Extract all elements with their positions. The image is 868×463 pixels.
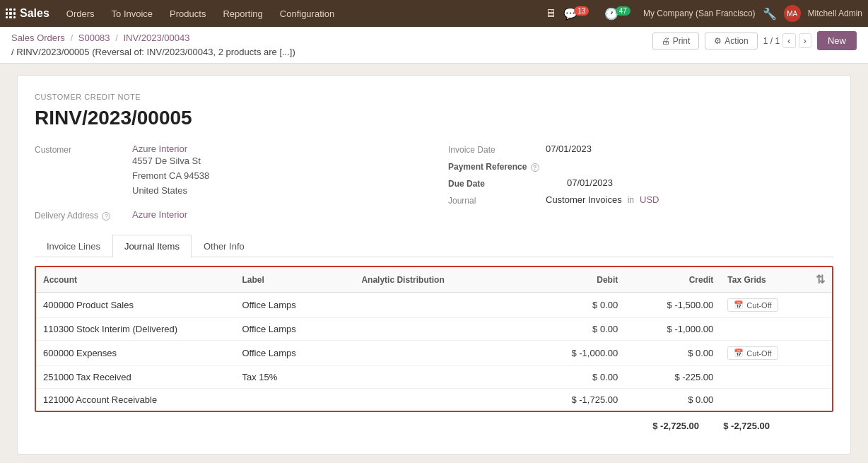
table-row: 600000 Expenses Office Lamps $ -1,000.00… [36, 341, 832, 366]
breadcrumb-bar: Sales Orders / S00083 / INV/2023/00043 /… [0, 27, 868, 64]
breadcrumb-current: / RINV/2023/00005 (Reversal of: INV/2023… [11, 47, 295, 57]
nav-configuration[interactable]: Configuration [273, 6, 341, 22]
address-line2: Fremont CA 94538 [132, 169, 209, 184]
col-account: Account [36, 267, 235, 293]
support-icon[interactable]: 🖥 [545, 7, 556, 20]
address-line3: United States [132, 184, 209, 199]
cell-debit: $ 0.00 [529, 318, 625, 341]
cell-debit: $ -1,725.00 [529, 389, 625, 411]
print-button[interactable]: 🖨 Print [652, 33, 700, 49]
topnav-right: 🖥 💬 13 🕐 47 My Company (San Francisco) 🔧… [545, 5, 862, 22]
pagination: 1 / 1 ‹ › [763, 33, 811, 48]
delivery-label: Delivery Address ? [35, 209, 127, 221]
reorder-icon[interactable]: ⇅ [816, 274, 825, 286]
customer-label: Customer [35, 143, 127, 155]
main-content: Customer Credit Note RINV/2023/00005 Cus… [0, 64, 868, 457]
delivery-address-field: Delivery Address ? Azure Interior [35, 209, 434, 221]
table-row: 400000 Product Sales Office Lamps $ 0.00… [36, 293, 832, 318]
breadcrumb-sales-orders[interactable]: Sales Orders [11, 33, 65, 43]
table-header-row: Account Label Analytic Distribution Debi… [36, 267, 832, 293]
activity-icon[interactable]: 🕐 47 [604, 7, 635, 20]
cell-label: Tax 15% [235, 366, 355, 389]
col-debit: Debit [529, 267, 625, 293]
breadcrumb-inv[interactable]: INV/2023/00043 [123, 33, 189, 43]
table-row: 110300 Stock Interim (Delivered) Office … [36, 318, 832, 341]
grid-icon [6, 8, 16, 18]
new-button[interactable]: New [817, 31, 857, 50]
cell-tax-grid: 📅Cut-Off [720, 293, 800, 318]
gear-icon: ⚙ [714, 36, 722, 46]
activity-badge: 47 [616, 6, 631, 16]
col-credit: Credit [625, 267, 720, 293]
cell-tax-grid: 📅Cut-Off [720, 341, 800, 366]
tab-other-info[interactable]: Other Info [192, 235, 257, 257]
cell-row-action [800, 318, 832, 341]
brand-label: Sales [20, 7, 49, 20]
nav-reporting[interactable]: Reporting [216, 6, 269, 22]
payment-ref-label: Payment Reference ? [448, 160, 561, 172]
due-date-value: 07/01/2023 [567, 177, 613, 188]
totals-row: $ -2,725.00 $ -2,725.00 [35, 412, 833, 437]
delivery-name-link[interactable]: Azure Interior [132, 209, 187, 220]
app-brand[interactable]: Sales [6, 7, 49, 20]
cell-label [235, 389, 355, 411]
cell-debit: $ 0.00 [529, 293, 625, 318]
print-icon: 🖨 [662, 36, 670, 46]
total-debit: $ -2,725.00 [635, 418, 706, 434]
cell-row-action [800, 341, 832, 366]
invoice-date-label: Invoice Date [448, 143, 540, 155]
currency-link[interactable]: USD [640, 194, 659, 205]
settings-icon[interactable]: 🔧 [763, 7, 777, 20]
cell-credit: $ -1,000.00 [625, 318, 720, 341]
customer-address: 4557 De Silva St Fremont CA 94538 United… [132, 154, 209, 198]
left-fields: Customer Azure Interior 4557 De Silva St… [35, 143, 434, 221]
invoice-date-field: Invoice Date 07/01/2023 [448, 143, 833, 155]
cutoff-button[interactable]: 📅Cut-Off [727, 346, 778, 360]
payment-ref-field: Payment Reference ? [448, 160, 833, 172]
avatar[interactable]: MA [784, 5, 801, 22]
cell-row-action [800, 389, 832, 411]
cell-account: 121000 Account Receivable [36, 389, 235, 411]
cell-row-action [800, 366, 832, 389]
breadcrumb-s00083[interactable]: S00083 [78, 33, 110, 43]
col-analytic: Analytic Distribution [354, 267, 529, 293]
journal-field: Journal Customer Invoices in USD [448, 194, 833, 206]
breadcrumb-actions: 🖨 Print ⚙ Action 1 / 1 ‹ › New [652, 31, 857, 50]
customer-value: Azure Interior 4557 De Silva St Fremont … [132, 143, 209, 198]
tab-invoice-lines[interactable]: Invoice Lines [35, 235, 112, 257]
journal-label: Journal [448, 194, 540, 206]
next-page-button[interactable]: › [799, 33, 811, 48]
cell-analytic [354, 341, 529, 366]
total-credit: $ -2,725.00 [706, 418, 777, 434]
nav-orders[interactable]: Orders [59, 6, 102, 22]
table-row: 121000 Account Receivable $ -1,725.00 $ … [36, 389, 832, 411]
cell-analytic [354, 366, 529, 389]
cutoff-button[interactable]: 📅Cut-Off [727, 298, 778, 312]
cell-account: 110300 Stock Interim (Delivered) [36, 318, 235, 341]
table-row: 251000 Tax Received Tax 15% $ 0.00 $ -22… [36, 366, 832, 389]
address-line1: 4557 De Silva St [132, 154, 209, 169]
col-tax-grids: Tax Grids [720, 267, 800, 293]
nav-products[interactable]: Products [163, 6, 213, 22]
user-label: Mitchell Admin [808, 8, 862, 18]
cell-analytic [354, 293, 529, 318]
journal-table-wrapper: Account Label Analytic Distribution Debi… [35, 266, 833, 412]
customer-name-link[interactable]: Azure Interior [132, 143, 187, 154]
messages-icon[interactable]: 💬 13 [563, 7, 594, 20]
delivery-help-icon[interactable]: ? [102, 212, 110, 221]
action-button[interactable]: ⚙ Action [705, 33, 757, 49]
cell-account: 251000 Tax Received [36, 366, 235, 389]
payment-ref-help-icon[interactable]: ? [531, 163, 539, 172]
invoice-date-value: 07/01/2023 [546, 143, 592, 154]
prev-page-button[interactable]: ‹ [782, 33, 795, 48]
right-fields: Invoice Date 07/01/2023 Payment Referenc… [434, 143, 833, 221]
nav-to-invoice[interactable]: To Invoice [105, 6, 160, 22]
cell-account: 600000 Expenses [36, 341, 235, 366]
col-label: Label [235, 267, 355, 293]
tabs: Invoice Lines Journal Items Other Info [35, 235, 833, 257]
table-body: 400000 Product Sales Office Lamps $ 0.00… [36, 293, 832, 411]
delivery-value: Azure Interior [132, 209, 187, 220]
tab-journal-items[interactable]: Journal Items [112, 235, 192, 257]
customer-field: Customer Azure Interior 4557 De Silva St… [35, 143, 434, 198]
top-navigation: Sales Orders To Invoice Products Reporti… [0, 0, 868, 27]
